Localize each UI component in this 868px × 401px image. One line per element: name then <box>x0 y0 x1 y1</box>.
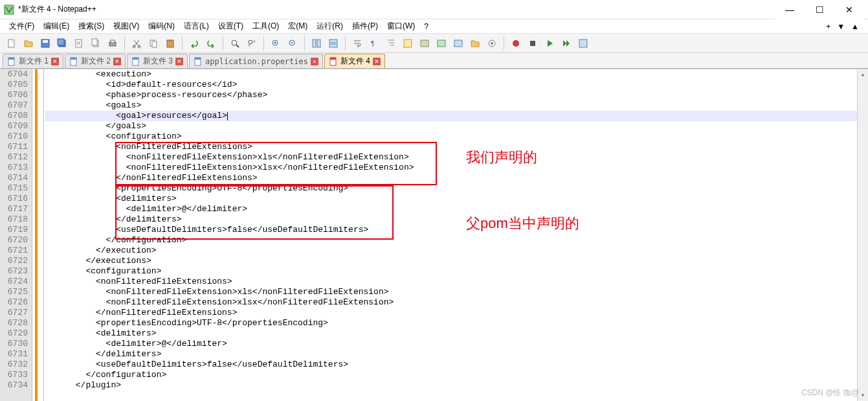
window-buttons: — ☐ ✕ <box>775 0 864 19</box>
copy-button[interactable] <box>146 36 161 51</box>
tab-close-icon[interactable]: ✕ <box>113 58 121 65</box>
replace-button[interactable] <box>244 36 260 51</box>
code-line[interactable]: </nonFilteredFileExtensions> <box>45 308 868 318</box>
file-unsaved-icon <box>329 57 338 66</box>
code-line[interactable]: <configuration> <box>45 266 868 277</box>
save-button[interactable] <box>38 36 53 51</box>
zoom-out-button[interactable] <box>285 36 300 51</box>
code-line[interactable]: <useDefaultDelimiters>false</useDefaultD… <box>45 360 868 370</box>
code-line[interactable]: <execution> <box>45 69 868 80</box>
indent-guide-button[interactable] <box>383 36 399 51</box>
show-all-chars-button[interactable]: ¶ <box>366 36 382 51</box>
redo-button[interactable] <box>203 36 219 51</box>
menu-edit[interactable]: 编辑(E) <box>39 19 73 33</box>
menu-macro[interactable]: 宏(M) <box>284 19 311 33</box>
close-file-button[interactable] <box>71 36 87 51</box>
code-line[interactable]: </executions> <box>45 256 868 266</box>
code-line[interactable]: </goals> <box>45 121 868 132</box>
menu-view[interactable]: 视图(V) <box>109 19 143 33</box>
new-file-button[interactable] <box>4 36 19 51</box>
tab-file-3[interactable]: 新文件 3 ✕ <box>127 54 188 68</box>
func-list-button[interactable] <box>451 36 466 51</box>
menu-run[interactable]: 运行(R) <box>313 19 347 33</box>
code-line[interactable]: <goals> <box>45 100 868 111</box>
code-line[interactable]: <configuration> <box>45 132 868 142</box>
close-all-button[interactable] <box>88 36 104 51</box>
code-line[interactable]: </execution> <box>45 246 868 256</box>
tab-file-2[interactable]: 新文件 2 ✕ <box>65 54 126 68</box>
fold-down-icon[interactable]: ▼ <box>837 22 845 31</box>
code-line[interactable]: <delimiter>@</delimiter> <box>45 204 868 214</box>
cut-button[interactable] <box>129 36 144 51</box>
open-file-button[interactable] <box>21 36 36 51</box>
menu-search[interactable]: 搜索(S) <box>74 19 108 33</box>
code-line[interactable]: </delimiters> <box>45 349 868 360</box>
paste-button[interactable] <box>162 36 178 51</box>
save-macro-button[interactable] <box>575 36 591 51</box>
tab-close-icon[interactable]: ✕ <box>373 58 381 65</box>
close-button[interactable]: ✕ <box>834 0 864 19</box>
code-line[interactable]: </nonFilteredFileExtensions> <box>45 173 868 183</box>
code-line[interactable]: <nonFilteredFileExtensions> <box>45 277 868 287</box>
menu-plugins[interactable]: 插件(P) <box>348 19 382 33</box>
play-macro-button[interactable] <box>542 36 557 51</box>
tab-close-icon[interactable]: ✕ <box>311 58 318 65</box>
minimize-button[interactable]: — <box>775 0 805 19</box>
tab-close-icon[interactable]: ✕ <box>51 58 59 65</box>
scroll-down-icon[interactable]: ▾ <box>858 390 868 401</box>
fold-up-icon[interactable]: ▲ <box>851 22 859 31</box>
undo-button[interactable] <box>186 36 202 51</box>
udl-button[interactable] <box>400 36 416 51</box>
doc-list-button[interactable] <box>434 36 449 51</box>
annotation-text-2: 父pom当中声明的 <box>466 218 579 229</box>
tab-file-4-active[interactable]: 新文件 4 ✕ <box>324 54 385 68</box>
code-line[interactable]: </configuration> <box>45 370 868 380</box>
save-all-button[interactable] <box>54 36 70 51</box>
folder-ws-button[interactable] <box>467 36 483 51</box>
find-button[interactable] <box>227 36 243 51</box>
zoom-in-button[interactable] <box>268 36 284 51</box>
maximize-button[interactable]: ☐ <box>805 0 834 19</box>
code-line[interactable]: <propertiesEncoding>UTF-8</propertiesEnc… <box>45 183 868 194</box>
sync-v-button[interactable] <box>309 36 324 51</box>
menu-tools[interactable]: 工具(O) <box>249 19 283 33</box>
tab-file-1[interactable]: 新文件 1 ✕ <box>3 54 63 68</box>
code-line[interactable]: <propertiesEncoding>UTF-8</propertiesEnc… <box>45 318 868 328</box>
tab-application-properties[interactable]: application.properties ✕ <box>189 54 323 68</box>
code-line[interactable]: <nonFilteredFileExtensions> <box>45 142 868 152</box>
record-macro-button[interactable] <box>508 36 524 51</box>
stop-macro-button[interactable] <box>525 36 540 51</box>
menu-window[interactable]: 窗口(W) <box>383 19 419 33</box>
code-line[interactable]: <nonFilteredFileExtension>xlsx</nonFilte… <box>45 163 868 173</box>
doc-map-button[interactable] <box>417 36 432 51</box>
scroll-up-icon[interactable]: ▴ <box>858 69 868 80</box>
print-button[interactable] <box>105 36 120 51</box>
code-line[interactable]: <nonFilteredFileExtension>xls</nonFilter… <box>45 287 868 297</box>
code-line[interactable]: </configuration> <box>45 235 868 246</box>
sync-h-button[interactable] <box>326 36 341 51</box>
code-line[interactable]: <delimiters> <box>45 194 868 204</box>
code-line[interactable]: <id>default-resources</id> <box>45 80 868 90</box>
menu-language[interactable]: 语言(L) <box>180 19 213 33</box>
menu-settings[interactable]: 设置(T) <box>214 19 247 33</box>
menu-file[interactable]: 文件(F) <box>5 19 38 33</box>
tab-label: 新文件 2 <box>81 56 111 67</box>
code-content[interactable]: <execution> <id>default-resources</id> <… <box>44 69 868 401</box>
monitor-button[interactable] <box>484 36 500 51</box>
wordwrap-button[interactable] <box>350 36 365 51</box>
menu-help[interactable]: ? <box>420 21 432 32</box>
fold-plus-icon[interactable]: + <box>826 22 830 31</box>
code-line[interactable]: <delimiters> <box>45 328 868 339</box>
code-line[interactable]: <useDefaultDelimiters>false</useDefaultD… <box>45 225 868 235</box>
playback-multi-button[interactable] <box>559 36 574 51</box>
menu-encoding[interactable]: 编码(N) <box>144 19 179 33</box>
code-line[interactable]: </delimiters> <box>45 214 868 225</box>
code-line[interactable]: <nonFilteredFileExtension>xls</nonFilter… <box>45 152 868 163</box>
code-line[interactable]: </plugin> <box>45 380 868 391</box>
code-line[interactable]: <phase>process-resources</phase> <box>45 90 868 100</box>
vertical-scrollbar[interactable]: ▴ ▾ <box>857 69 868 401</box>
tab-close-icon[interactable]: ✕ <box>175 58 183 65</box>
code-line[interactable]: <goal>resources</goal> <box>45 111 868 121</box>
code-line[interactable]: <delimiter>@</delimiter> <box>45 339 868 349</box>
code-line[interactable]: <nonFilteredFileExtension>xlsx</nonFilte… <box>45 297 868 308</box>
